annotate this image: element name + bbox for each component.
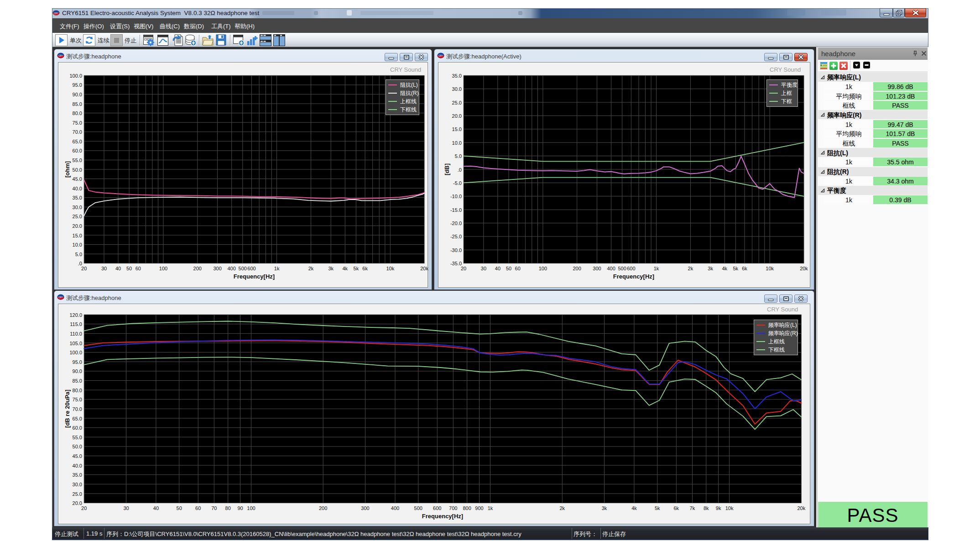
svg-text:CRY: CRY (438, 55, 443, 57)
svg-text:CRY: CRY (58, 55, 63, 57)
svg-text:CRY: CRY (54, 12, 58, 15)
svg-text:CRY: CRY (58, 296, 63, 299)
